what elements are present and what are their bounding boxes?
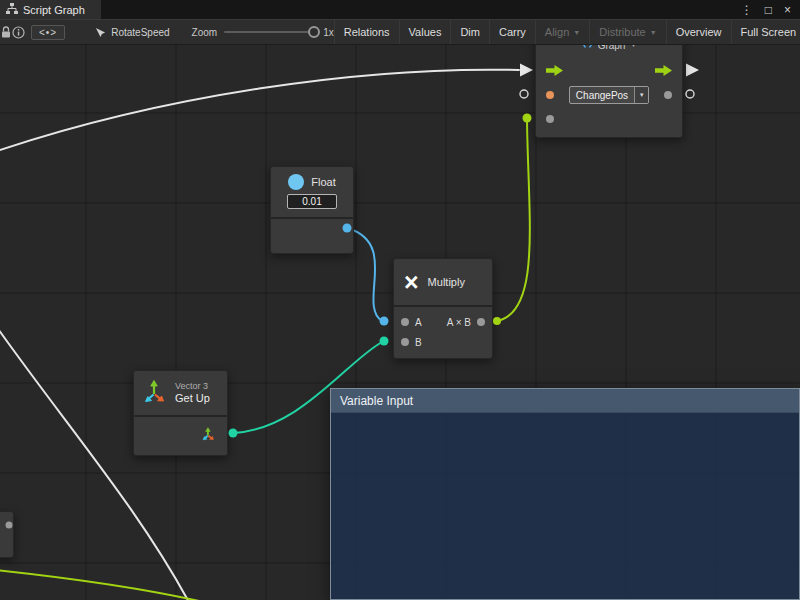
changepos-dropdown[interactable]: ChangePos ▼ xyxy=(569,86,649,104)
float-type-icon xyxy=(288,174,304,190)
port-a-label: A xyxy=(415,317,422,328)
zoom-slider-knob[interactable] xyxy=(308,26,320,38)
distribute-button[interactable]: Distribute▼ xyxy=(589,20,665,44)
code-view-button[interactable]: <•> xyxy=(31,25,65,40)
multiply-node-title: Multiply xyxy=(428,276,465,288)
tab-title: Script Graph xyxy=(23,4,85,16)
port-output-dot[interactable] xyxy=(664,91,672,99)
graph-breadcrumb[interactable]: RotateSpeed xyxy=(95,27,169,38)
flow-out-arrow-icon[interactable] xyxy=(655,62,672,80)
graph-toolbar: <•> RotateSpeed Zoom 1x Relations Values… xyxy=(0,19,800,45)
full-screen-button[interactable]: Full Screen xyxy=(731,20,800,44)
float-output-section xyxy=(271,217,353,253)
vector3-getup-node[interactable]: Vector 3 Get Up xyxy=(133,370,228,456)
port-input-dot[interactable] xyxy=(546,115,554,123)
info-icon xyxy=(12,26,25,39)
variable-input-title: Variable Input xyxy=(340,394,413,408)
float-node-title: Float xyxy=(311,176,335,188)
zoom-value: 1x xyxy=(323,27,334,38)
multiply-node[interactable]: × Multiply A A × B B xyxy=(393,258,493,359)
graph-name-label: RotateSpeed xyxy=(111,27,169,38)
changepos-dropdown-value: ChangePos xyxy=(570,87,634,103)
variable-input-header[interactable]: Variable Input xyxy=(331,389,799,413)
lock-button[interactable] xyxy=(0,20,12,44)
caret-down-icon: ▼ xyxy=(573,29,580,36)
relations-button[interactable]: Relations xyxy=(334,20,399,44)
graph-unit-node[interactable]: Graph ▼ ChangePos ▼ xyxy=(535,30,683,138)
vector3-icon xyxy=(142,379,168,408)
partial-node-left-edge[interactable] xyxy=(0,511,14,558)
graph-value-row: ChangePos ▼ xyxy=(536,83,682,107)
vector3-node-title: Get Up xyxy=(175,392,210,406)
vector3-type-label: Vector 3 xyxy=(175,381,210,392)
script-graph-icon xyxy=(6,3,18,16)
dropdown-caret-icon: ▼ xyxy=(634,87,648,103)
vector3-output-section xyxy=(134,415,227,455)
port-b-label: B xyxy=(415,337,422,348)
port-changepos-dot[interactable] xyxy=(546,91,554,99)
port-a-dot[interactable] xyxy=(401,318,409,326)
caret-down-icon: ▼ xyxy=(650,29,657,36)
float-node[interactable]: Float 0.01 xyxy=(270,166,354,254)
overview-button[interactable]: Overview xyxy=(666,20,731,44)
tab-script-graph[interactable]: Script Graph xyxy=(0,0,101,19)
zoom-slider[interactable] xyxy=(224,31,316,33)
align-button[interactable]: Align▼ xyxy=(535,20,589,44)
port-result-label: A × B xyxy=(447,317,471,328)
maximize-icon[interactable]: □ xyxy=(765,4,772,16)
flow-in-arrow-icon[interactable] xyxy=(546,62,563,80)
variable-input-panel[interactable]: Variable Input xyxy=(330,388,800,600)
dim-button[interactable]: Dim xyxy=(450,20,489,44)
zoom-label: Zoom xyxy=(192,27,218,38)
values-button[interactable]: Values xyxy=(399,20,451,44)
graph-input-row xyxy=(536,107,682,131)
vector3-mini-icon xyxy=(201,427,216,446)
multiply-icon: × xyxy=(404,270,419,295)
port-result-dot[interactable] xyxy=(477,318,485,326)
kebab-menu-icon[interactable]: ⋮ xyxy=(741,4,753,16)
graph-breadcrumb-icon xyxy=(95,27,106,38)
info-button[interactable] xyxy=(12,20,25,44)
lock-icon xyxy=(0,26,12,39)
graph-flow-row xyxy=(536,59,682,83)
window-title-bar: Script Graph ⋮ □ × xyxy=(0,0,800,19)
close-icon[interactable]: × xyxy=(784,4,791,16)
float-value-input[interactable]: 0.01 xyxy=(287,194,337,209)
carry-button[interactable]: Carry xyxy=(489,20,535,44)
port-b-dot[interactable] xyxy=(401,338,409,346)
